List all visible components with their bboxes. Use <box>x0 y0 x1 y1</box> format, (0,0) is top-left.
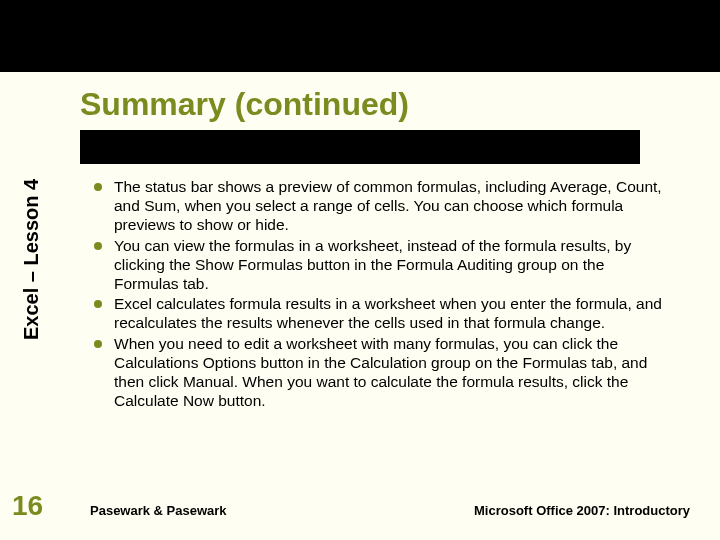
top-black-bar <box>0 0 720 72</box>
slide-title: Summary (continued) <box>80 86 409 123</box>
list-item: Excel calculates formula results in a wo… <box>90 295 670 333</box>
footer-right: Microsoft Office 2007: Introductory <box>474 503 690 518</box>
content-area: The status bar shows a preview of common… <box>90 178 670 413</box>
slide-number: 16 <box>12 490 43 522</box>
list-item: The status bar shows a preview of common… <box>90 178 670 235</box>
list-item: When you need to edit a worksheet with m… <box>90 335 670 411</box>
footer-left: Pasewark & Pasewark <box>90 503 227 518</box>
title-underline-bar <box>80 130 640 164</box>
side-label: Excel – Lesson 4 <box>20 179 43 340</box>
bullet-list: The status bar shows a preview of common… <box>90 178 670 411</box>
list-item: You can view the formulas in a worksheet… <box>90 237 670 294</box>
slide: Summary (continued) Excel – Lesson 4 The… <box>0 0 720 540</box>
